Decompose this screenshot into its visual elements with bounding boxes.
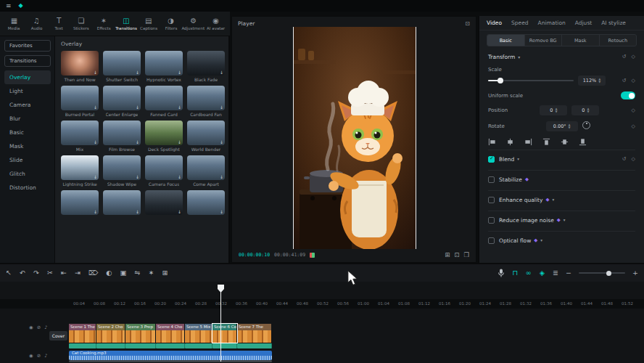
sidebar-item[interactable]: Camera (4, 98, 51, 112)
transition-thumbnail[interactable]: ↓ (103, 51, 141, 76)
grid-view-icon[interactable]: ⊞ (162, 269, 168, 277)
split-icon[interactable]: ✂ (47, 269, 53, 277)
transition-thumbnail[interactable]: ↓ (61, 121, 99, 145)
reset-icon[interactable]: ↺ (622, 156, 627, 162)
transition-card[interactable]: ↓ Lightning Strike (61, 155, 99, 187)
chevron-down-icon[interactable]: ▾ (517, 157, 519, 161)
sidebar-item[interactable]: Basic (4, 126, 51, 139)
transition-thumbnail[interactable]: ↓ (187, 51, 225, 76)
transition-thumbnail[interactable]: ↓ (61, 51, 99, 76)
position-x-stepper[interactable]: 0 ▲▼ (540, 105, 567, 115)
video-clip[interactable]: Scene 1 The (69, 324, 96, 343)
sidebar-item[interactable]: Slide (4, 153, 51, 167)
transition-thumbnail[interactable]: ↓ (61, 155, 99, 180)
feature-checkbox[interactable] (488, 217, 495, 224)
feature-row[interactable]: Blend ▾ ↺ ◇ (488, 150, 635, 166)
transition-card[interactable]: ↓ World Bender (187, 121, 225, 152)
transition-card[interactable]: ↓ (61, 190, 99, 216)
feature-checkbox[interactable] (488, 176, 495, 183)
align-top-icon[interactable] (542, 138, 550, 146)
position-y-stepper[interactable]: 0 ▲▼ (571, 105, 599, 115)
sidebar-group[interactable]: Transitions (4, 55, 51, 67)
rotate-knob[interactable] (582, 121, 590, 129)
transition-card[interactable]: ↓ Shutter Switch (103, 51, 141, 82)
transition-thumbnail[interactable]: ↓ (187, 86, 225, 110)
scale-slider[interactable] (488, 80, 574, 81)
caption-segment[interactable] (156, 343, 185, 348)
lock-track-icon[interactable]: ⊘ (37, 325, 41, 330)
timeline-zoom-slider[interactable] (579, 272, 625, 274)
transition-card[interactable]: ↓ Mix (61, 121, 99, 152)
audio-clip[interactable]: Cat Cooking.mp3 (69, 351, 272, 360)
fit-icon[interactable]: ⊡ (454, 251, 459, 258)
transition-card[interactable]: ↓ Black Fade (187, 51, 225, 82)
video-clip[interactable]: Scene 5 Mix (185, 324, 212, 343)
transition-card[interactable]: ↓ Cardboard Fan (187, 86, 225, 117)
toolbar-tab[interactable]: ▦ Media (3, 17, 25, 30)
transition-thumbnail[interactable]: ↓ (187, 190, 225, 215)
sidebar-group[interactable]: Favorites (4, 40, 51, 52)
timeline-ruler[interactable]: 00:0400:0800:1200:1600:2000:2400:2800:32… (69, 299, 644, 309)
transition-thumbnail[interactable]: ↓ (145, 51, 183, 76)
transition-card[interactable]: ↓ Then and Now (61, 51, 99, 82)
inspector-subtab[interactable]: Basic (487, 35, 525, 46)
align-right-icon[interactable] (524, 138, 532, 146)
align-left-icon[interactable] (488, 138, 496, 146)
reset-icon[interactable]: ↺ (622, 54, 627, 60)
hide-track-icon[interactable]: ◉ (29, 353, 33, 359)
feature-row[interactable]: Optical flow ◆ ▾ (488, 231, 635, 248)
transition-thumbnail[interactable]: ↓ (145, 86, 183, 110)
toolbar-tab[interactable]: ❏ Stickers (70, 17, 93, 30)
transition-thumbnail[interactable]: ↓ (145, 190, 183, 215)
caption-segment[interactable] (125, 343, 156, 348)
video-clip[interactable]: Scene 6 Coo (212, 324, 237, 343)
reset-icon[interactable]: ↺ (622, 78, 627, 83)
scale-slider-knob[interactable] (498, 78, 503, 83)
undo-icon[interactable]: ↶ (20, 269, 25, 277)
transition-thumbnail[interactable]: ↓ (103, 86, 141, 110)
transition-card[interactable]: ↓ (187, 190, 225, 216)
transition-thumbnail[interactable]: ↓ (61, 190, 99, 215)
transition-card[interactable]: ↓ Camera Focus (145, 155, 183, 187)
transition-card[interactable]: ↓ Burned Portal (61, 86, 99, 117)
keyframe-diamond-icon[interactable]: ◇ (632, 78, 635, 83)
preview-quality-icon[interactable] (310, 253, 315, 258)
inspector-subtab[interactable]: Mask (562, 35, 600, 46)
toolbar-tab[interactable]: ♫ Audio (25, 17, 48, 30)
zoom-out-icon[interactable]: − (566, 269, 571, 277)
keyframe-diamond-icon[interactable]: ◇ (632, 54, 635, 60)
player-options-icon[interactable]: ⊡ (465, 20, 470, 27)
sidebar-item[interactable]: Glitch (4, 167, 51, 181)
ratio-icon[interactable]: ⊞ (445, 251, 450, 258)
caption-segment[interactable] (96, 343, 125, 348)
transition-thumbnail[interactable]: ↓ (103, 121, 141, 145)
select-tool-icon[interactable]: ↖ (6, 269, 12, 277)
transition-thumbnail[interactable]: ↓ (145, 155, 183, 180)
transition-card[interactable]: ↓ Center Enlarge (103, 86, 141, 117)
fullscreen-icon[interactable]: ❒ (463, 251, 469, 258)
video-clip[interactable]: Scene 2 Cho (96, 324, 125, 343)
keyframe-diamond-icon[interactable]: ◇ (632, 107, 635, 113)
keyframe-diamond-icon[interactable]: ◇ (632, 123, 635, 129)
crop-icon[interactable]: ▣ (120, 269, 127, 277)
transition-thumbnail[interactable]: ↓ (103, 155, 141, 180)
inspector-tab[interactable]: Speed (511, 20, 529, 26)
transition-card[interactable]: ↓ Film Browse (103, 121, 141, 152)
transition-thumbnail[interactable]: ↓ (187, 121, 225, 145)
align-middle-v-icon[interactable] (561, 138, 569, 146)
sidebar-item[interactable]: Mask (4, 139, 51, 153)
align-bottom-icon[interactable] (579, 138, 587, 146)
transition-thumbnail[interactable]: ↓ (187, 155, 225, 180)
trim-left-icon[interactable]: ⇤ (61, 269, 67, 277)
inspector-tab[interactable]: Animation (538, 20, 566, 26)
feature-row[interactable]: Enhance quality ◆ ▾ (488, 190, 635, 207)
trim-right-icon[interactable]: ⇥ (75, 269, 80, 277)
keyframe-icon[interactable]: ◈ (540, 269, 545, 277)
transition-card[interactable]: ↓ (103, 190, 141, 216)
feature-row[interactable]: Stabilize ◆ (488, 170, 635, 187)
toolbar-tab[interactable]: T Text (48, 17, 70, 30)
hide-track-icon[interactable]: ◉ (29, 325, 33, 330)
sidebar-item[interactable]: Light (4, 84, 51, 98)
chevron-down-icon[interactable]: ▾ (540, 238, 542, 242)
playhead-line[interactable] (220, 285, 221, 362)
